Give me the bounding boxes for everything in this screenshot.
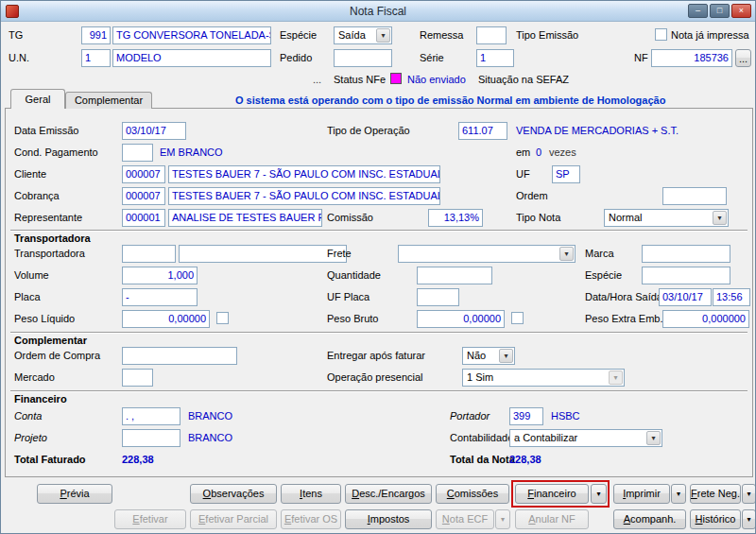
previa-button[interactable]: Prévia [37, 484, 112, 504]
dropdown-arrow-icon: ▾ [501, 515, 505, 524]
tipo-emissao-label: Tipo Emissão [516, 29, 578, 41]
comissao-field[interactable]: 13,13% [428, 209, 483, 227]
conta-field[interactable]: . , [122, 407, 180, 425]
acompanh-button[interactable]: Acompanh. [613, 509, 686, 529]
especie-select[interactable]: Saída ▾ [334, 26, 392, 44]
nota-ja-impressa-checkbox[interactable] [655, 28, 667, 41]
especie-label: Espécie [280, 29, 317, 41]
cond-pagamento-label: Cond. Pagamento [14, 146, 98, 158]
status-nfe-browse[interactable]: ... [313, 74, 321, 85]
nota-ja-impressa-label: Nota já impressa [671, 29, 749, 41]
portador-desc: HSBC [551, 410, 580, 422]
imprimir-button[interactable]: Imprimir [613, 484, 670, 504]
peso-liquido-field[interactable]: 0,00000 [122, 310, 210, 328]
frete-neg-button[interactable]: Frete Neg. [690, 484, 741, 504]
historico-dropdown-button[interactable]: ▾ [742, 509, 756, 529]
quantidade-field[interactable] [417, 267, 492, 284]
tg-code-field[interactable]: 991 [81, 26, 111, 44]
transportadora-code-field[interactable] [122, 245, 176, 263]
especie-transp-field[interactable] [642, 267, 730, 284]
especie-transp-label: Espécie [585, 269, 622, 281]
tab-geral[interactable]: Geral [10, 89, 65, 109]
complementar-section-title: Complementar [14, 335, 87, 346]
minimize-button[interactable]: – [688, 4, 708, 18]
peso-bruto-field[interactable]: 0,00000 [417, 310, 505, 328]
cliente-desc-field: TESTES BAUER 7 - SÃO PAULO COM INSC. EST… [168, 165, 440, 183]
impostos-button[interactable]: Impostos [345, 509, 432, 529]
emission-mode-banner: O sistema está operando com o tipo de em… [235, 95, 665, 106]
transportadora-desc-field [179, 245, 347, 263]
tipo-operacao-code-field[interactable]: 611.07 [458, 122, 507, 140]
anular-nf-button: Anular NF [515, 509, 589, 529]
tipo-operacao-label: Tipo de Operação [327, 125, 410, 136]
un-code-field[interactable]: 1 [81, 49, 111, 67]
portador-field[interactable]: 399 [509, 407, 543, 425]
conta-label: Conta [14, 410, 42, 422]
em-label: em [516, 146, 530, 158]
nota-ecf-dropdown-button: ▾ [495, 509, 510, 529]
volume-field[interactable]: 1,000 [122, 267, 198, 284]
quantidade-label: Quantidade [327, 269, 381, 281]
tipo-nota-label: Tipo Nota [516, 212, 560, 223]
total-da-nota-label: Total da Nota [450, 454, 515, 465]
observacoes-button[interactable]: Observações [190, 484, 277, 504]
efetivar-os-button: Efetivar OS [281, 509, 341, 529]
historico-button[interactable]: Histórico [690, 509, 741, 529]
total-faturado-value: 228,38 [122, 454, 154, 465]
uf-field[interactable]: SP [552, 165, 580, 183]
status-nfe-label: Status NFe [334, 74, 386, 85]
comissoes-button[interactable]: Comissões [436, 484, 509, 504]
dropdown-arrow-icon: ▾ [609, 370, 623, 385]
itens-button[interactable]: Itens [281, 484, 341, 504]
frete-select[interactable]: ▾ [398, 245, 576, 263]
cliente-code-field[interactable]: 000007 [122, 165, 165, 183]
saida-time-field[interactable]: 13:56 [713, 288, 750, 306]
imprimir-dropdown-button[interactable]: ▾ [671, 484, 686, 504]
financeiro-dropdown-button[interactable]: ▾ [591, 484, 607, 504]
close-button[interactable]: × [731, 4, 751, 18]
serie-field[interactable]: 1 [476, 49, 514, 67]
entregar-apos-faturar-label: Entregar após faturar [327, 350, 425, 361]
total-da-nota-value: 228,38 [509, 454, 541, 465]
remessa-field[interactable] [476, 26, 507, 44]
nf-label: NF [634, 52, 648, 63]
dropdown-arrow-icon: ▾ [376, 28, 390, 43]
data-emissao-field[interactable]: 03/10/17 [122, 122, 186, 140]
volume-label: Volume [14, 269, 49, 281]
nf-browse-button[interactable]: ... [735, 49, 751, 67]
tipo-nota-select[interactable]: Normal ▾ [604, 209, 729, 227]
tg-label: TG [9, 29, 23, 41]
cliente-label: Cliente [14, 168, 46, 180]
pedido-field[interactable] [334, 49, 392, 67]
operacao-presencial-select: 1 Sim ▾ [462, 369, 625, 387]
tab-complementar[interactable]: Complementar [65, 92, 152, 109]
desc-encargos-button[interactable]: Desc./Encargos [345, 484, 432, 504]
uf-placa-label: UF Placa [327, 291, 369, 302]
representante-code-field[interactable]: 000001 [122, 209, 165, 227]
ordem-compra-label: Ordem de Compra [14, 350, 100, 361]
peso-extra-field[interactable]: 0,000000 [662, 310, 749, 328]
projeto-field[interactable] [122, 429, 180, 447]
maximize-button[interactable]: □ [710, 4, 730, 18]
financeiro-button[interactable]: Financeiro [515, 484, 589, 504]
entregar-apos-faturar-select[interactable]: Não ▾ [462, 347, 515, 365]
uf-placa-field[interactable] [417, 288, 459, 306]
marca-field[interactable] [642, 245, 730, 263]
peso-bruto-checkbox[interactable] [511, 312, 524, 324]
ordem-compra-field[interactable] [122, 347, 237, 365]
cobranca-code-field[interactable]: 000007 [122, 187, 165, 205]
peso-liquido-checkbox[interactable] [216, 312, 229, 324]
frete-neg-dropdown-button[interactable]: ▾ [742, 484, 756, 504]
window-title: Nota Fiscal [1, 5, 755, 18]
placa-field[interactable]: - [122, 288, 198, 306]
cond-pagamento-field[interactable] [122, 144, 153, 162]
ordem-field[interactable] [662, 187, 727, 205]
frete-label: Frete [327, 248, 352, 259]
contabilidade-select[interactable]: a Contabilizar ▾ [509, 429, 662, 447]
saida-date-field[interactable]: 03/10/17 [659, 288, 712, 306]
vezes-value: 0 [536, 146, 541, 158]
nf-field[interactable]: 185736 [651, 49, 732, 67]
mercado-field[interactable] [122, 369, 153, 387]
cobranca-label: Cobrança [14, 190, 60, 201]
remessa-label: Remessa [420, 29, 463, 41]
